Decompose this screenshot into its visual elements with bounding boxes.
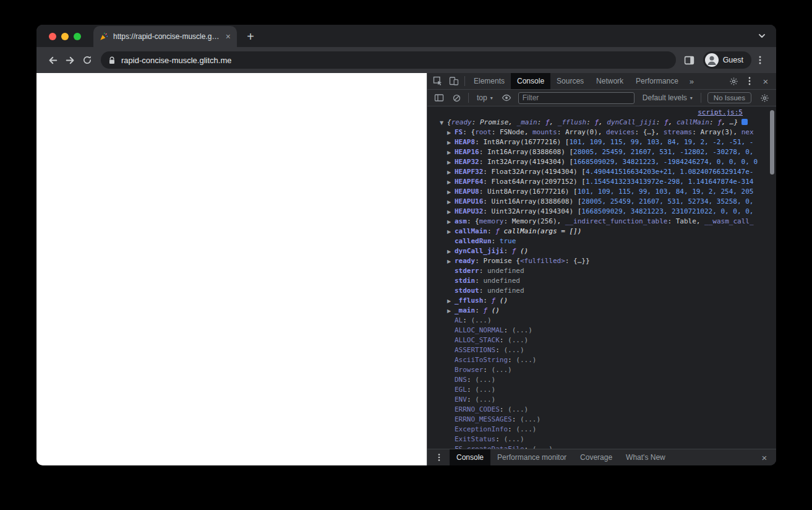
drawer-close-button[interactable]: × (756, 449, 772, 465)
device-toolbar-button[interactable] (446, 73, 462, 89)
log-levels-dropdown[interactable]: Default levels ▾ (638, 93, 697, 102)
disclosure-closed-icon[interactable]: ▶ (447, 138, 455, 147)
console-token: : (467, 376, 475, 384)
caret-down-icon: ▾ (690, 95, 693, 101)
console-token: callMain (455, 227, 487, 235)
console-token: stdout (455, 287, 479, 295)
console-settings-button[interactable] (756, 90, 772, 106)
console-token: ƒ (495, 227, 503, 235)
live-expression-button[interactable] (498, 90, 515, 106)
disclosure-closed-icon[interactable]: ▶ (447, 178, 455, 187)
filter-input[interactable] (518, 92, 635, 104)
reload-button[interactable] (79, 51, 96, 69)
console-token: : (479, 267, 487, 275)
tab-overflow-button[interactable] (758, 32, 766, 40)
scrollbar-thumb[interactable] (770, 110, 774, 175)
console-token: : (475, 257, 483, 265)
console-token: : (483, 168, 491, 176)
console-token: : (483, 296, 491, 305)
source-location-link[interactable]: script.js:5 (698, 108, 743, 116)
console-token: 101, 109, 115, 99, 103, 84, 19, 2, -2, -… (569, 138, 753, 146)
console-token: ready (451, 118, 472, 126)
disclosure-closed-icon[interactable]: ▶ (447, 197, 455, 207)
console-token: ready (455, 257, 475, 265)
back-button[interactable] (44, 51, 61, 69)
drawer-tabs: ConsolePerformance monitorCoverageWhat's… (450, 449, 672, 465)
console-token: ALLOC_STACK (455, 336, 500, 344)
disclosure-closed-icon[interactable]: ▶ (447, 168, 455, 177)
browser-tab[interactable]: https://rapid-concise-muscle.g… × (93, 26, 237, 47)
side-panel-button[interactable] (681, 51, 698, 69)
window-zoom-button[interactable] (74, 33, 81, 40)
drawer-tab-what-s-new[interactable]: What's New (619, 449, 672, 465)
clear-console-button[interactable] (448, 90, 464, 106)
console-token: nex (741, 128, 754, 136)
console-sidebar-button[interactable] (431, 90, 447, 106)
console-token: (...) (475, 386, 495, 394)
sidebar-panel-icon (434, 93, 444, 103)
disclosure-closed-icon[interactable]: ▶ (447, 306, 455, 316)
console-token: HEAP8 (455, 138, 475, 146)
console-token: : (500, 405, 508, 413)
devtools-tab-network[interactable]: Network (590, 73, 630, 89)
console-token: : (475, 138, 483, 146)
console-token: : (475, 306, 483, 314)
disclosure-closed-icon[interactable]: ▶ (447, 296, 455, 306)
console-token: Uint8Array(16777216) (487, 188, 573, 196)
devtools-settings-button[interactable] (725, 73, 741, 89)
browser-menu-button[interactable] (751, 51, 769, 69)
object-info-badge[interactable] (741, 119, 748, 125)
disclosure-closed-icon[interactable]: ▶ (447, 128, 455, 137)
console-token: (...) (471, 316, 492, 324)
inspect-element-button[interactable] (430, 73, 446, 89)
issues-button[interactable]: No Issues (707, 92, 751, 103)
console-row: ERRNO_CODES: (...) (427, 405, 776, 415)
profile-chip[interactable]: Guest (703, 51, 751, 69)
console-token: Uint16Array(8388608) (492, 197, 578, 205)
console-row: ExceptionInfo: (...) (427, 425, 776, 434)
context-selector[interactable]: top ▾ (472, 93, 497, 102)
window-close-button[interactable] (49, 33, 56, 40)
browser-window: https://rapid-concise-muscle.g… × + (36, 25, 776, 465)
console-token: callMain (677, 118, 709, 126)
console-token: Float32Array(4194304) (492, 168, 582, 176)
console-token: () (500, 296, 508, 305)
more-panels-button[interactable]: » (685, 77, 699, 86)
devtools-tab-performance[interactable]: Performance (630, 73, 685, 89)
console-token: 1668509029, 34821223, -1984246274, 0, 0,… (573, 158, 758, 166)
drawer-tab-coverage[interactable]: Coverage (573, 449, 619, 465)
drawer-tab-console[interactable]: Console (450, 449, 490, 465)
disclosure-open-icon[interactable]: ▼ (440, 118, 447, 127)
block-icon (452, 93, 461, 103)
console-row: ▶HEAPU8: Uint8Array(16777216) [101, 109,… (427, 187, 776, 197)
devtools-tab-elements[interactable]: Elements (468, 73, 511, 89)
window-minimize-button[interactable] (61, 33, 69, 40)
disclosure-closed-icon[interactable]: ▶ (447, 247, 455, 256)
disclosure-closed-icon[interactable]: ▶ (447, 217, 455, 227)
disclosure-closed-icon[interactable]: ▶ (447, 207, 455, 217)
console-token: : (495, 435, 503, 443)
disclosure-closed-icon[interactable]: ▶ (447, 227, 455, 236)
devtools-menu-button[interactable] (741, 73, 758, 89)
traffic-lights (49, 33, 81, 40)
devtools-close-button[interactable]: × (758, 73, 774, 89)
address-bar[interactable]: rapid-concise-muscle.glitch.me (101, 51, 676, 69)
new-tab-button[interactable]: + (242, 28, 259, 45)
console-token: : (475, 277, 483, 285)
console-token: {…} (573, 257, 586, 265)
disclosure-closed-icon[interactable]: ▶ (447, 257, 455, 266)
devtools-tab-console[interactable]: Console (511, 73, 550, 89)
drawer-menu-button[interactable] (431, 449, 447, 465)
disclosure-closed-icon[interactable]: ▶ (447, 148, 455, 157)
disclosure-closed-icon[interactable]: ▶ (447, 158, 455, 167)
drawer-tab-performance-monitor[interactable]: Performance monitor (490, 449, 573, 465)
devtools-tab-sources[interactable]: Sources (550, 73, 590, 89)
console-token: (...) (503, 435, 524, 443)
console-token: , (696, 217, 704, 225)
tab-close-button[interactable]: × (224, 32, 232, 41)
lock-icon (108, 56, 116, 64)
console-token: : (635, 128, 643, 136)
page-content (36, 73, 427, 465)
disclosure-closed-icon[interactable]: ▶ (447, 188, 455, 197)
forward-button[interactable] (61, 51, 79, 69)
